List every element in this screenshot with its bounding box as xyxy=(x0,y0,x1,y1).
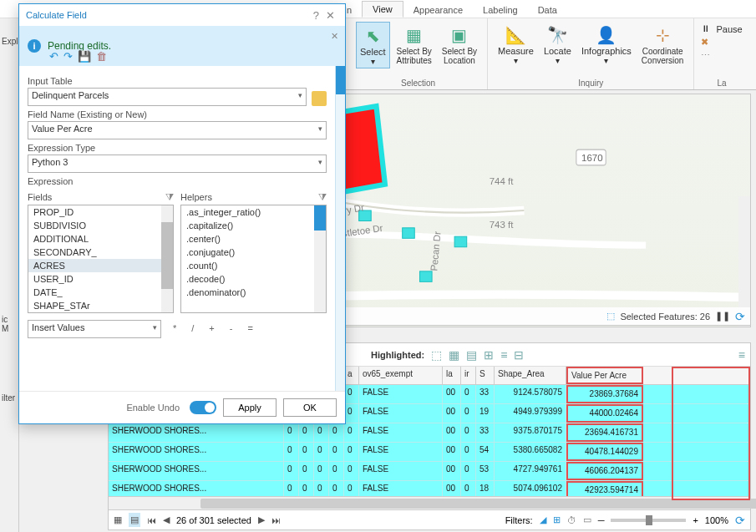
field-item[interactable]: DATE_ xyxy=(28,286,173,299)
th-c5[interactable]: a xyxy=(344,367,359,384)
select-button[interactable]: ⬉ Select▾ xyxy=(356,22,390,68)
ok-button[interactable]: OK xyxy=(283,398,337,417)
label-icon: ✖ xyxy=(701,37,713,48)
first-record-button[interactable]: ⏮ xyxy=(147,515,156,525)
filter-3[interactable]: ⏱ xyxy=(567,515,576,525)
fields-listbox[interactable]: PROP_IDSUBDIVISIOADDITIONALSECONDARY_ACR… xyxy=(28,205,174,313)
zoom-slider[interactable] xyxy=(611,519,686,522)
helper-item[interactable]: .conjugate() xyxy=(181,246,326,259)
close-dialog-button[interactable]: ✕ xyxy=(322,9,338,22)
left-label-2[interactable]: ilter xyxy=(0,388,18,408)
helper-item[interactable]: .capitalize() xyxy=(181,219,326,232)
th-ov65[interactable]: ov65_exempt xyxy=(359,367,443,384)
expression-type-select[interactable]: Python 3 xyxy=(28,155,327,173)
input-table-select[interactable]: Delinquent Parcels xyxy=(28,88,307,106)
view-all-button[interactable]: ▦ xyxy=(114,514,122,525)
helper-item[interactable]: .as_integer_ratio() xyxy=(181,205,326,219)
helper-item[interactable]: .denominator() xyxy=(181,286,326,299)
table-row[interactable]: SHERWOOD SHORES...00000FALSE000545380.66… xyxy=(109,443,750,462)
explore-truncated[interactable]: Explo xyxy=(0,32,18,51)
field-item[interactable]: SUBDIVISIO xyxy=(28,219,173,232)
tbl-tool-3[interactable]: ▤ xyxy=(466,348,477,362)
field-item[interactable]: SHAPE_STAr xyxy=(28,299,173,312)
pause-labeling-button[interactable]: ⏸ Pause xyxy=(701,23,742,35)
th-ir2[interactable]: ir xyxy=(461,367,476,384)
tab-data[interactable]: Data xyxy=(528,3,567,18)
save-edits-button[interactable]: 💾 xyxy=(78,50,91,63)
coordinate-conversion-button[interactable]: ⊹ Coordinate Conversion xyxy=(638,22,688,67)
fields-filter-icon[interactable]: ⧩ xyxy=(165,191,174,203)
helpers-listbox[interactable]: .as_integer_ratio().capitalize().center(… xyxy=(180,205,327,313)
tab-appearance[interactable]: Appearance xyxy=(403,3,473,18)
th-la[interactable]: la xyxy=(443,367,461,384)
labeling-group: ⏸ Pause ✖ ⋯ La xyxy=(694,18,748,89)
tbl-tool-4[interactable]: ⊞ xyxy=(484,348,494,362)
table-row[interactable]: SHERWOOD SHORES...00000FALSE000339375.87… xyxy=(109,423,750,443)
tab-labeling[interactable]: Labeling xyxy=(473,3,528,18)
table-row[interactable]: SHERWOOD SHORES...00000FALSE000534727.94… xyxy=(109,462,750,481)
prev-record-button[interactable]: ◀ xyxy=(163,514,170,525)
field-name-select[interactable]: Value Per Acre xyxy=(28,121,327,139)
table-menu-button[interactable]: ≡ xyxy=(738,348,745,362)
selection-status: 26 of 301 selected xyxy=(176,515,251,525)
last-record-button[interactable]: ⏭ xyxy=(271,515,281,525)
pause-draw-button[interactable]: ❚❚ xyxy=(715,311,730,322)
tbl-tool-6[interactable]: ⊟ xyxy=(514,348,524,362)
next-record-button[interactable]: ▶ xyxy=(258,514,265,525)
select-by-location-button[interactable]: ▣ Select By Location xyxy=(439,22,480,67)
th-S[interactable]: S xyxy=(476,367,495,384)
field-item[interactable]: ACRES xyxy=(28,259,173,272)
op-multiply[interactable]: * xyxy=(170,323,180,333)
filter-1[interactable]: ◢ xyxy=(540,514,546,525)
insert-values-select[interactable]: Insert Values xyxy=(28,320,161,338)
coordinate-icon: ⊹ xyxy=(651,23,674,47)
helper-item[interactable]: .count() xyxy=(181,259,326,272)
view-selected-button[interactable]: ▤ xyxy=(129,513,140,527)
refresh-map-button[interactable]: ⟳ xyxy=(735,310,745,323)
apply-button[interactable]: Apply xyxy=(223,398,277,417)
select-by-attributes-button[interactable]: ▦ Select By Attributes xyxy=(393,22,435,67)
redo-button[interactable]: ↷ xyxy=(63,50,73,63)
infographics-button[interactable]: 👤 Infographics▾ xyxy=(578,22,635,67)
help-button[interactable]: ? xyxy=(310,9,322,22)
fields-scrollbar[interactable] xyxy=(161,205,173,312)
discard-edits-button[interactable]: 🗑 xyxy=(96,50,107,63)
dialog-titlebar[interactable]: Calculate Field ? ✕ xyxy=(19,4,345,26)
tbl-tool-5[interactable]: ≡ xyxy=(500,348,507,362)
labeling-opt3[interactable]: ⋯ xyxy=(701,50,742,62)
field-item[interactable]: PROP_ID xyxy=(28,205,173,219)
helper-item[interactable]: .center() xyxy=(181,232,326,246)
undo-button[interactable]: ↶ xyxy=(49,50,58,63)
measure-button[interactable]: 📐 Measure▾ xyxy=(495,22,537,67)
op-divide[interactable]: / xyxy=(188,323,197,333)
dismiss-banner-button[interactable]: ✕ xyxy=(331,31,338,42)
svg-rect-10 xyxy=(454,236,467,246)
helpers-filter-icon[interactable]: ⧩ xyxy=(318,191,327,203)
table-row[interactable]: SHERWOOD SHORES...00000FALSE000185074.09… xyxy=(109,481,750,496)
table-hscroll[interactable] xyxy=(109,496,750,509)
left-label-1[interactable]: ic M xyxy=(0,310,18,338)
th-value-per-acre[interactable]: Value Per Acre xyxy=(566,367,643,384)
tbl-tool-2[interactable]: ▦ xyxy=(449,348,459,362)
field-item[interactable]: USER_ID xyxy=(28,272,173,286)
filter-2[interactable]: ⊞ xyxy=(553,514,561,525)
helper-item[interactable]: .decode() xyxy=(181,272,326,286)
helpers-scrollbar[interactable] xyxy=(314,205,326,312)
tbl-tool-1[interactable]: ⬚ xyxy=(431,348,442,362)
op-minus[interactable]: - xyxy=(226,323,236,333)
refresh-table-button[interactable]: ⟳ xyxy=(735,514,745,527)
th-shape-area[interactable]: Shape_Area xyxy=(495,367,566,384)
op-plus[interactable]: + xyxy=(205,323,217,333)
field-item[interactable]: SECONDARY_ xyxy=(28,246,173,259)
filter-4[interactable]: ▭ xyxy=(583,514,591,525)
labeling-opt2[interactable]: ✖ xyxy=(701,37,742,48)
dialog-sidebar[interactable] xyxy=(335,66,345,391)
helpers-list-label: Helpers xyxy=(180,192,212,202)
locate-button[interactable]: 🔭 Locate▾ xyxy=(540,22,575,67)
op-equals[interactable]: = xyxy=(244,323,256,333)
enable-undo-toggle[interactable] xyxy=(190,401,216,414)
dialog-title: Calculate Field xyxy=(26,10,87,20)
browse-folder-icon[interactable] xyxy=(312,91,327,106)
tab-view[interactable]: View xyxy=(362,1,403,18)
field-item[interactable]: ADDITIONAL xyxy=(28,232,173,246)
